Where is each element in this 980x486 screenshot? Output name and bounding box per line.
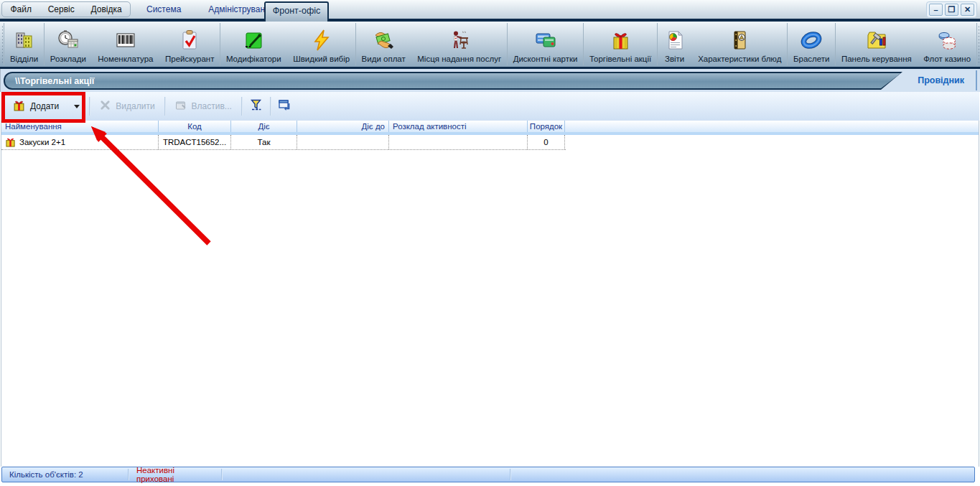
gift-icon	[13, 99, 25, 113]
menu-left-panel: Файл Сервіс Довідка	[1, 1, 131, 17]
toolbar-button-modifiers[interactable]: Модифікатори	[220, 22, 287, 67]
toolbar-label: Торгівельні акції	[589, 55, 651, 63]
toolbar-button-bracelets[interactable]: Браслети	[788, 22, 836, 67]
row-name: Закуски 2+1	[19, 138, 65, 146]
tab-front-office-label: Фронт-офіс	[273, 6, 320, 16]
separator	[89, 97, 90, 116]
separator	[164, 97, 166, 116]
properties-button-label: Властив...	[192, 101, 232, 111]
pricelist-icon	[178, 27, 201, 53]
add-button[interactable]: Додати	[6, 95, 86, 117]
column-header-code[interactable]: Код	[159, 121, 231, 132]
minimize-button[interactable]: –	[929, 4, 943, 16]
explorer-tab-label[interactable]: Провідник	[918, 75, 974, 85]
toolbar-button-trade-promotions[interactable]: Торгівельні акції	[584, 22, 657, 67]
toolbar-button-reports[interactable]: Звіти	[658, 22, 692, 67]
column-header-name[interactable]: Найменування	[1, 121, 159, 132]
row-order: 0	[528, 135, 565, 149]
toolbar-button-pricelist[interactable]: Прейскурант	[159, 22, 220, 67]
discount-cards-icon	[534, 27, 557, 53]
departments-icon	[13, 27, 36, 53]
row-active: Так	[231, 135, 297, 149]
toolbar-button-nomenclature[interactable]: Номенклатура	[92, 22, 159, 67]
toolbar-grip-left[interactable]	[1, 24, 3, 64]
column-header-order[interactable]: Порядок	[528, 121, 565, 132]
column-header-filler	[565, 121, 979, 132]
breadcrumb-band: \\Торгівельні акції Провідник	[0, 69, 980, 92]
add-button-label: Додати	[30, 101, 59, 111]
toolbar-button-control-panel[interactable]: Панель керування	[836, 22, 918, 67]
toolbar-label: Флот казино	[923, 55, 971, 63]
delete-x-icon	[100, 100, 111, 113]
grid-header-row: Найменування Код Діє Діє до Розклад акти…	[1, 121, 979, 132]
column-header-schedule[interactable]: Розклад активності	[389, 121, 528, 132]
menu-file[interactable]: Файл	[6, 4, 36, 14]
dish-properties-icon	[728, 27, 751, 53]
properties-icon	[175, 100, 187, 113]
trade-promotions-icon	[609, 27, 632, 53]
nomenclature-icon	[114, 27, 137, 53]
delete-button[interactable]: Видалити	[93, 95, 161, 117]
toolbar-label: Розклади	[50, 55, 86, 63]
delete-button-label: Видалити	[116, 101, 154, 111]
menu-help[interactable]: Довідка	[86, 4, 126, 14]
chevron-down-icon[interactable]	[74, 105, 80, 108]
svg-text:н: н	[454, 36, 457, 40]
application-window: Файл Сервіс Довідка Система Адмініструва…	[0, 0, 980, 486]
tab-front-office[interactable]: Фронт-офіс	[264, 1, 329, 22]
toolbar-button-service-places[interactable]: н Місця надання послуг	[411, 22, 507, 67]
toolbar-label: Швидкий вибір	[293, 55, 350, 63]
toolbar-button-schedules[interactable]: Розклади	[45, 22, 92, 67]
layout-button[interactable]	[274, 96, 296, 116]
toolbar-label: Звіти	[665, 55, 684, 63]
promotions-grid: Найменування Код Діє Діє до Розклад акти…	[1, 121, 979, 467]
toolbar-grip-right[interactable]	[977, 24, 979, 64]
toolbar-button-casino-fleet[interactable]: Флот казино	[918, 22, 976, 67]
status-panel-empty	[511, 467, 974, 482]
menu-service[interactable]: Сервіс	[44, 4, 79, 14]
toolbar-label: Браслети	[793, 55, 830, 63]
table-row[interactable]: Закуски 2+1 TRDACT15652... Так 0	[1, 135, 566, 150]
row-active-until	[297, 135, 389, 149]
toolbar-button-quick-select[interactable]: Швидкий вибір	[287, 22, 355, 67]
toolbar-label: Види оплат	[362, 55, 406, 63]
status-panel-empty	[223, 467, 510, 482]
menu-bar: Файл Сервіс Довідка Система Адмініструва…	[0, 0, 980, 19]
filter-funnel-icon	[250, 98, 263, 114]
toolbar-label: Панель керування	[841, 55, 912, 63]
toolbar-button-discount-cards[interactable]: Дисконтні картки	[508, 22, 584, 67]
separator	[270, 97, 271, 116]
column-header-active-until[interactable]: Діє до	[297, 121, 389, 132]
status-bar: Кількість об'єктів: 2 Неактивні прихован…	[1, 467, 975, 482]
close-button[interactable]: ✕	[961, 4, 974, 16]
explorer-tab-edge	[976, 70, 977, 90]
status-inactive-hidden[interactable]: Неактивні приховані	[129, 467, 221, 482]
properties-button[interactable]: Властив...	[169, 95, 238, 117]
window-controls: – ❐ ✕	[926, 1, 977, 18]
column-header-active[interactable]: Діє	[231, 121, 297, 132]
breadcrumb[interactable]: \\Торгівельні акції	[4, 72, 902, 90]
menu-system[interactable]: Система	[142, 4, 185, 14]
row-code: TRDACT15652...	[159, 135, 231, 149]
toolbar-button-dish-properties[interactable]: Характеристики блюд	[692, 22, 787, 67]
quick-select-icon	[310, 27, 333, 53]
toolbar-button-payment-types[interactable]: Види оплат	[356, 22, 411, 67]
bracelets-icon	[800, 27, 823, 53]
toolbar-label: Відділи	[10, 55, 38, 63]
toolbar-button-departments[interactable]: Відділи	[4, 22, 44, 67]
main-toolbar: Відділи Розклади	[0, 22, 980, 67]
filter-button[interactable]	[246, 96, 267, 116]
casino-fleet-icon	[935, 27, 958, 53]
payment-types-icon	[372, 27, 395, 53]
separator	[241, 97, 243, 116]
row-schedule	[389, 135, 528, 149]
toolbar-label: Прейскурант	[165, 55, 214, 63]
control-panel-icon	[865, 27, 888, 53]
toolbar-label: Модифікатори	[226, 55, 281, 63]
schedules-icon	[57, 27, 80, 53]
service-places-icon: н	[448, 27, 471, 53]
status-objects-count: Кількість об'єктів: 2	[2, 467, 128, 482]
restore-button[interactable]: ❐	[945, 4, 958, 16]
toolbar-label: Місця надання послуг	[417, 55, 501, 63]
action-toolbar: Додати Видалити Властив...	[1, 92, 979, 121]
